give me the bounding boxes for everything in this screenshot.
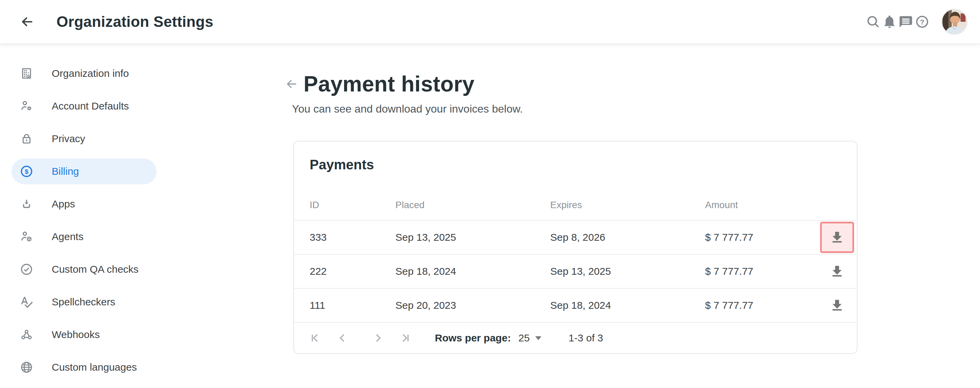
download-tray-icon [20,197,33,211]
notifications-button[interactable] [881,14,898,30]
person-gear-icon [20,99,33,113]
cell-id: 222 [310,266,395,277]
spellcheck-icon [20,295,33,309]
topbar-actions: ? [865,8,968,35]
svg-text:?: ? [920,18,924,26]
column-header-expires: Expires [550,200,705,211]
cell-placed: Sep 18, 2024 [395,266,550,277]
first-page-icon [308,331,323,345]
check-circle-icon [20,263,33,276]
pagination-range: 1-3 of 3 [569,332,603,344]
cell-expires: Sep 18, 2024 [550,299,705,311]
cell-id: 111 [310,299,395,311]
cell-expires: Sep 13, 2025 [550,266,705,277]
rows-per-page-label: Rows per page: [435,332,511,344]
download-invoice-button[interactable] [820,290,854,321]
cell-amount: $ 7 777.77 [705,231,819,243]
sidebar-item-custom-qa-checks[interactable]: Custom QA checks [11,257,156,282]
card-title: Payments [294,141,857,173]
sidebar-item-label: Account Defaults [52,100,129,112]
back-arrow-small-icon [285,77,298,91]
webhook-icon [20,328,33,341]
rows-per-page-select[interactable]: 25 [518,332,541,344]
download-icon [829,298,845,313]
cell-placed: Sep 20, 2023 [395,299,550,311]
sidebar-item-label: Spellcheckers [52,296,115,308]
rows-per-page-value: 25 [518,332,530,344]
column-header-amount: Amount [705,200,819,211]
download-invoice-button[interactable] [820,222,854,253]
help-button[interactable]: ? [914,14,930,30]
table-row: 111 Sep 20, 2023 Sep 18, 2024 $ 7 777.77 [294,288,857,322]
cell-id: 333 [310,231,395,243]
back-button[interactable] [19,14,35,30]
page-heading-row: Payment history [283,71,980,97]
table-row: 222 Sep 18, 2024 Sep 13, 2025 $ 7 777.77 [294,254,857,288]
chevron-left-icon [335,331,350,345]
column-header-placed: Placed [395,200,550,211]
search-icon [865,14,881,29]
chat-button[interactable] [898,14,914,30]
user-avatar[interactable] [941,8,968,35]
svg-text:$: $ [25,168,29,175]
caret-down-icon [535,336,541,340]
previous-page-button[interactable] [334,330,350,346]
app-title: Organization Settings [56,13,213,30]
lock-icon [20,132,33,146]
download-icon [829,230,845,245]
topbar: Organization Settings ? [0,0,980,44]
page-title: Payment history [304,71,474,97]
download-icon [829,263,845,279]
globe-icon [20,361,33,374]
next-page-button[interactable] [370,330,386,346]
main-area: Payment history You can see and download… [177,44,980,388]
cell-placed: Sep 13, 2025 [395,231,550,243]
cell-expires: Sep 8, 2026 [550,231,705,243]
first-page-button[interactable] [307,330,323,346]
sidebar-item-account-defaults[interactable]: Account Defaults [11,93,156,119]
cell-amount: $ 7 777.77 [705,299,819,311]
column-header-id: ID [310,200,395,211]
person-cube-icon [20,230,33,244]
bell-icon [882,14,897,29]
sidebar-item-agents[interactable]: Agents [11,224,156,250]
sidebar-item-privacy[interactable]: Privacy [11,126,156,152]
sidebar-item-label: Organization info [52,68,129,79]
chat-icon [898,14,913,29]
chevron-right-icon [371,331,385,345]
sidebar-item-label: Webhooks [52,329,100,340]
page-subtitle: You can see and download your invoices b… [292,103,980,115]
help-icon: ? [915,14,930,29]
sidebar-item-label: Billing [52,166,79,177]
sidebar-item-label: Privacy [52,133,85,144]
sidebar-item-label: Custom QA checks [52,263,138,275]
sidebar-item-label: Agents [52,231,83,242]
building-icon [20,67,33,80]
sidebar-item-custom-languages[interactable]: Custom languages [11,354,156,380]
sidebar-item-webhooks[interactable]: Webhooks [11,322,156,348]
table-row: 333 Sep 13, 2025 Sep 8, 2026 $ 7 777.77 [294,220,857,254]
sidebar-item-label: Custom languages [52,361,137,373]
table-header-row: ID Placed Expires Amount [294,173,857,220]
sidebar-item-spellcheckers[interactable]: Spellcheckers [11,289,156,315]
back-arrow-icon [20,14,35,29]
last-page-button[interactable] [397,330,414,346]
sidebar-item-organization-info[interactable]: Organization info [11,60,156,86]
download-invoice-button[interactable] [820,256,854,287]
sidebar-item-label: Apps [52,198,75,210]
dollar-circle-icon: $ [20,165,33,178]
cell-amount: $ 7 777.77 [705,266,819,277]
payments-card: Payments ID Placed Expires Amount 333 Se… [293,141,858,354]
page-body: Organization info Account Defaults Priva… [0,44,980,388]
sidebar-item-billing[interactable]: $ Billing [11,158,156,184]
sidebar-item-apps[interactable]: Apps [11,191,156,217]
settings-sidebar: Organization info Account Defaults Priva… [0,44,177,388]
page-back-button[interactable] [283,76,300,92]
search-button[interactable] [865,14,881,30]
table-pagination: Rows per page: 25 1-3 of 3 [294,322,857,353]
last-page-icon [398,331,413,345]
